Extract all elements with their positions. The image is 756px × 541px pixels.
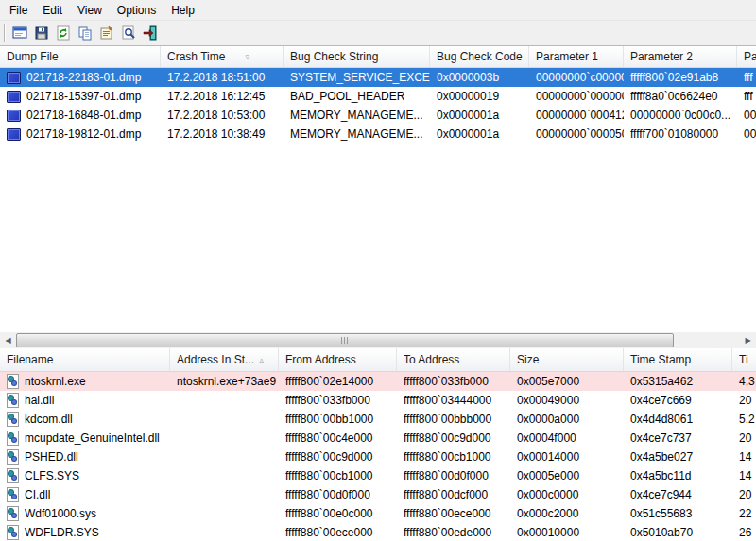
bug-check-code-cell: 0x0000001a [430, 127, 529, 141]
save-button[interactable] [30, 23, 52, 44]
dump-file-name: 021718-15397-01.dmp [26, 90, 141, 103]
column-header-parameter-3[interactable]: Pa [737, 46, 756, 67]
size-cell: 0x00010000 [510, 526, 624, 539]
from-address-cell: fffff880`00e0c000 [279, 507, 397, 520]
time-string-cell: 22 [732, 507, 756, 520]
column-label: Address In St... [177, 353, 254, 366]
column-header-crash-time[interactable]: Crash Time▿ [161, 46, 284, 67]
to-address-cell: fffff880`00dcf000 [397, 488, 510, 501]
to-address-cell: fffff880`00ede000 [397, 526, 510, 539]
properties-button[interactable] [95, 23, 117, 44]
column-header-bug-check-string[interactable]: Bug Check String [284, 46, 430, 67]
size-cell: 0x000c0000 [510, 488, 624, 501]
horizontal-scrollbar[interactable]: ◀ ▶ [0, 332, 756, 348]
size-cell: 0x00049000 [510, 394, 624, 407]
time-stamp-cell: 0x5010ab70 [624, 526, 732, 539]
column-header-time-stamp[interactable]: Time Stamp [624, 348, 732, 371]
exit-button[interactable] [139, 23, 161, 44]
module-filename: Wdf01000.sys [25, 507, 96, 520]
properties-icon [99, 25, 114, 41]
find-button[interactable] [117, 23, 139, 44]
table-row[interactable]: hal.dll fffff800`033fb000 fffff800`03444… [0, 391, 756, 410]
advanced-options-window-icon [12, 25, 27, 41]
menu-file[interactable]: File [2, 1, 35, 20]
table-row[interactable]: mcupdate_GenuineIntel.dll fffff880`00c4e… [0, 429, 756, 448]
refresh-icon [56, 25, 71, 41]
column-header-to-address[interactable]: To Address [397, 348, 510, 371]
filename-cell: mcupdate_GenuineIntel.dll [0, 431, 170, 446]
menu-view[interactable]: View [70, 1, 110, 20]
column-header-dump-file[interactable]: Dump File [0, 46, 161, 67]
module-filename: mcupdate_GenuineIntel.dll [25, 431, 160, 445]
size-cell: 0x00014000 [510, 450, 624, 464]
table-row[interactable]: ntoskrnl.exe ntoskrnl.exe+73ae9 fffff800… [0, 372, 756, 391]
table-row[interactable]: kdcom.dll fffff800`00bb1000 fffff800`00b… [0, 410, 756, 429]
size-cell: 0x0000a000 [510, 413, 624, 426]
column-label: From Address [285, 353, 356, 366]
menu-help[interactable]: Help [163, 1, 202, 20]
column-label: Parameter 1 [536, 50, 598, 63]
table-row[interactable]: 021718-15397-01.dmp 17.2.2018 16:12:45 B… [0, 87, 756, 106]
column-label: Size [517, 353, 539, 366]
bug-check-code-cell: 0x00000019 [430, 90, 529, 103]
column-header-address-in-stack[interactable]: Address In St...▵ [170, 348, 279, 371]
column-label: Time Stamp [630, 353, 691, 366]
parameter-1-cell: 00000000`000050... [529, 127, 624, 141]
dump-file-icon [7, 110, 21, 122]
column-header-time-string[interactable]: Ti [732, 348, 756, 371]
module-file-icon [7, 374, 19, 389]
menu-edit[interactable]: Edit [35, 1, 70, 20]
save-icon [34, 25, 49, 41]
exit-icon [143, 25, 158, 41]
from-address-cell: fffff800`033fb000 [279, 394, 397, 407]
parameter-2-cell: fffff800`02e91ab8 [624, 71, 737, 84]
bug-check-code-cell: 0x0000001a [430, 109, 529, 122]
table-row[interactable]: PSHED.dll fffff880`00c9d000 fffff880`00c… [0, 448, 756, 466]
parameter-2-cell: fffff8a0`0c6624e0 [624, 90, 737, 103]
bug-check-code-cell: 0x0000003b [430, 71, 529, 84]
scroll-right-button[interactable]: ▶ [740, 332, 756, 348]
column-header-filename[interactable]: Filename [0, 348, 170, 371]
copy-button[interactable] [74, 23, 95, 44]
crash-time-cell: 17.2.2018 10:53:00 [161, 109, 284, 122]
table-row[interactable]: CLFS.SYS fffff880`00cb1000 fffff880`00d0… [0, 466, 756, 485]
dump-file-name: 021718-22183-01.dmp [26, 71, 141, 84]
time-stamp-cell: 0x4ce7c669 [624, 394, 732, 407]
table-row[interactable]: Wdf01000.sys fffff880`00e0c000 fffff880`… [0, 504, 756, 523]
to-address-cell: fffff800`00bbb000 [397, 413, 510, 426]
column-header-bug-check-code[interactable]: Bug Check Code [430, 46, 529, 67]
table-row[interactable]: 021718-16848-01.dmp 17.2.2018 10:53:00 M… [0, 106, 756, 125]
column-header-size[interactable]: Size [510, 348, 624, 371]
column-header-parameter-1[interactable]: Parameter 1 [529, 46, 624, 67]
module-list-panel: Filename Address In St...▵ From Address … [0, 348, 756, 541]
table-row[interactable]: 021718-19812-01.dmp 17.2.2018 10:38:49 M… [0, 125, 756, 144]
filename-cell: hal.dll [0, 393, 170, 408]
column-label: Filename [7, 353, 53, 366]
table-row[interactable]: 021718-22183-01.dmp 17.2.2018 18:51:00 S… [0, 68, 756, 87]
scrollbar-thumb[interactable] [16, 333, 674, 347]
from-address-cell: fffff880`00c4e000 [279, 431, 397, 445]
module-filename: ntoskrnl.exe [25, 375, 86, 388]
column-header-parameter-2[interactable]: Parameter 2 [624, 46, 737, 67]
toolbar-gripper [4, 24, 5, 42]
filename-cell: WDFLDR.SYS [0, 525, 170, 540]
time-string-cell: 14 [732, 469, 756, 482]
dump-list-header: Dump File Crash Time▿ Bug Check String B… [0, 46, 756, 68]
module-filename: PSHED.dll [25, 450, 78, 464]
column-header-from-address[interactable]: From Address [279, 348, 397, 371]
scrollbar-track[interactable] [16, 332, 740, 348]
table-row[interactable]: CI.dll fffff880`00d0f000 fffff880`00dcf0… [0, 485, 756, 504]
to-address-cell: fffff800`03444000 [397, 394, 510, 407]
advanced-options-button[interactable] [9, 23, 30, 44]
bug-check-string-cell: SYSTEM_SERVICE_EXCE... [284, 71, 430, 84]
scroll-left-button[interactable]: ◀ [0, 332, 16, 348]
to-address-cell: fffff880`00cb1000 [397, 450, 510, 464]
module-file-icon [7, 449, 19, 465]
menu-options[interactable]: Options [110, 1, 163, 20]
dump-file-name: 021718-16848-01.dmp [26, 109, 141, 122]
size-cell: 0x0005e000 [510, 469, 624, 482]
crash-time-cell: 17.2.2018 18:51:00 [161, 71, 284, 84]
refresh-button[interactable] [52, 23, 74, 44]
column-label: Pa [744, 50, 756, 63]
table-row[interactable]: WDFLDR.SYS fffff880`00ece000 fffff880`00… [0, 523, 756, 541]
